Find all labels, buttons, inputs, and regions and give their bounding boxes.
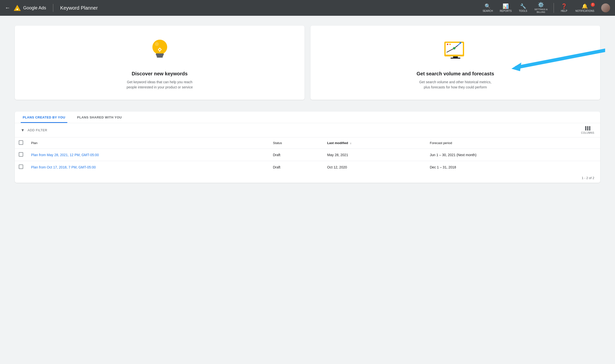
help-icon: ❓ (561, 4, 567, 9)
row1-forecast-period: Jun 1 – 30, 2021 (Next month) (426, 149, 600, 161)
table-footer: 1 - 2 of 2 (15, 173, 600, 183)
row1-status: Draft (269, 149, 323, 161)
header-forecast-period: Forecast period (426, 137, 600, 149)
nav-notifications[interactable]: 🔔 ! NOTIFICATIONS (573, 2, 597, 14)
add-filter-button[interactable]: ADD FILTER (28, 128, 47, 132)
row1-plan-name: Plan from May 28, 2021, 12 PM, GMT-05:00 (27, 149, 269, 161)
header-plan: Plan (27, 137, 269, 149)
nav-tools[interactable]: 🔧 TOOLS (516, 2, 530, 14)
nav-tools-label: TOOLS (519, 10, 527, 12)
nav-search[interactable]: 🔍 SEARCH (480, 2, 496, 14)
notification-badge: ! (591, 3, 595, 7)
nav-notifications-label: NOTIFICATIONS (576, 10, 594, 12)
svg-rect-18 (451, 58, 460, 59)
svg-rect-6 (156, 55, 163, 56)
col-bar-2 (587, 126, 588, 131)
svg-rect-5 (156, 53, 164, 55)
row2-status: Draft (269, 161, 323, 173)
nav-reports[interactable]: 📊 REPORTS (497, 2, 515, 14)
back-button[interactable]: ← (5, 5, 10, 11)
filter-icon: ▼ (21, 128, 25, 132)
plans-section: PLANS CREATED BY YOU PLANS SHARED WITH Y… (15, 112, 600, 183)
columns-icon (585, 126, 590, 131)
forecasts-card[interactable]: Get search volume and forecasts Get sear… (310, 26, 600, 100)
nav-help[interactable]: ❓ HELP (557, 2, 572, 14)
discover-keywords-card[interactable]: Discover new keywords Get keyword ideas … (15, 26, 305, 100)
select-all-checkbox[interactable] (19, 140, 23, 145)
search-icon: 🔍 (485, 4, 491, 9)
user-avatar[interactable] (601, 3, 610, 12)
row2-last-modified: Oct 12, 2020 (323, 161, 426, 173)
svg-point-14 (447, 44, 448, 45)
nav-divider (53, 4, 53, 12)
nav-search-label: SEARCH (483, 10, 493, 12)
reports-icon: 📊 (503, 4, 509, 9)
plans-table: Plan Status Last modified ↓ Forecast per… (15, 137, 600, 173)
avatar-image (601, 3, 610, 12)
discover-desc: Get keyword ideas that can help you reac… (123, 80, 197, 90)
row1-checkbox[interactable] (19, 152, 23, 157)
lightbulb-icon (147, 37, 172, 64)
svg-point-15 (449, 44, 451, 45)
forecasts-icon (441, 35, 470, 65)
svg-rect-7 (157, 56, 163, 58)
row2-checkbox-cell (15, 161, 27, 173)
chart-icon (442, 38, 469, 63)
discover-icon (145, 35, 175, 65)
header-checkbox-cell (15, 137, 27, 149)
svg-point-16 (453, 47, 455, 50)
svg-rect-17 (453, 56, 458, 58)
topnav: ← Google Ads Keyword Planner 🔍 SEARCH 📊 … (0, 0, 615, 16)
row2-checkbox[interactable] (19, 165, 23, 169)
row1-checkbox-cell (15, 149, 27, 161)
main-content: Discover new keywords Get keyword ideas … (0, 16, 615, 193)
filter-row: ▼ ADD FILTER COLUMNS (15, 123, 600, 137)
col-bar-3 (589, 126, 590, 131)
google-ads-logo: Google Ads (13, 4, 46, 12)
columns-button[interactable]: COLUMNS (581, 126, 594, 134)
row1-plan-link[interactable]: Plan from May 28, 2021, 12 PM, GMT-05:00 (31, 153, 99, 157)
row1-last-modified: May 28, 2021 (323, 149, 426, 161)
tabs-row: PLANS CREATED BY YOU PLANS SHARED WITH Y… (15, 112, 600, 123)
row2-plan-link[interactable]: Plan from Oct 17, 2018, 7 PM, GMT-05:00 (31, 165, 96, 169)
nav-help-label: HELP (561, 10, 567, 12)
nav-reports-label: REPORTS (500, 10, 512, 12)
notification-icon: 🔔 (582, 4, 588, 9)
table-body: Plan from May 28, 2021, 12 PM, GMT-05:00… (15, 149, 600, 173)
table-header-row: Plan Status Last modified ↓ Forecast per… (15, 137, 600, 149)
columns-label: COLUMNS (581, 132, 594, 134)
nav-settings[interactable]: ⚙️ SETTINGS &BILLING (531, 0, 551, 16)
app-name: Google Ads (23, 5, 46, 11)
pagination-text: 1 - 2 of 2 (582, 176, 594, 180)
row2-forecast-period: Dec 1 – 31, 2018 (426, 161, 600, 173)
table-row: Plan from May 28, 2021, 12 PM, GMT-05:00… (15, 149, 600, 161)
tools-icon: 🔧 (520, 4, 526, 9)
header-last-modified[interactable]: Last modified ↓ (323, 137, 426, 149)
topnav-right: 🔍 SEARCH 📊 REPORTS 🔧 TOOLS ⚙️ SETTINGS &… (480, 0, 610, 16)
tab-shared-with-you[interactable]: PLANS SHARED WITH YOU (75, 112, 124, 123)
cards-row: Discover new keywords Get keyword ideas … (15, 26, 600, 100)
svg-point-2 (17, 9, 18, 10)
header-status: Status (269, 137, 323, 149)
forecasts-title: Get search volume and forecasts (416, 71, 494, 77)
col-bar-1 (585, 126, 586, 131)
topnav-left: ← Google Ads Keyword Planner (5, 4, 480, 12)
nav-separator (554, 3, 554, 13)
tab-created-by-you[interactable]: PLANS CREATED BY YOU (21, 112, 67, 123)
page-title: Keyword Planner (60, 5, 98, 11)
discover-title: Discover new keywords (132, 71, 188, 77)
svg-point-4 (155, 42, 159, 46)
sort-arrow-icon: ↓ (350, 141, 351, 145)
forecasts-desc: Get search volume and other historical m… (418, 80, 492, 90)
nav-settings-label: SETTINGS &BILLING (534, 8, 548, 14)
table-row: Plan from Oct 17, 2018, 7 PM, GMT-05:00 … (15, 161, 600, 173)
svg-point-3 (152, 40, 167, 54)
settings-icon: ⚙️ (538, 2, 544, 7)
google-ads-logo-icon (13, 4, 21, 12)
row2-plan-name: Plan from Oct 17, 2018, 7 PM, GMT-05:00 (27, 161, 269, 173)
